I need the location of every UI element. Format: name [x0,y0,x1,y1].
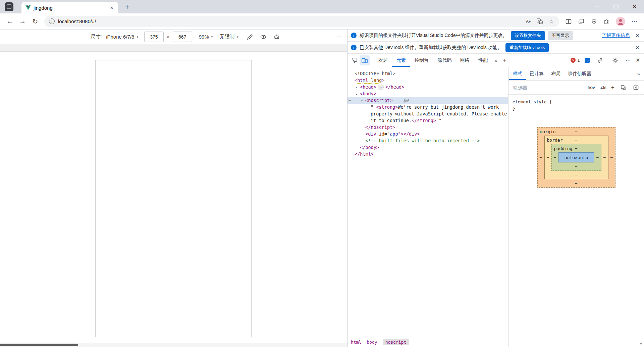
tree-row-3[interactable]: ▾<body> [347,90,508,97]
breadcrumb-item-html[interactable]: html [351,340,361,345]
devtools-more-button[interactable]: ⋯ [625,57,631,63]
settings-menu-button[interactable]: ⋯ [628,15,641,28]
box-model-padding[interactable]: padding − − auto×auto − − [551,144,601,171]
tree-row-2[interactable]: ▸<head>⋯</head> [347,84,508,90]
tree-row-0[interactable]: <!DOCTYPE html> [347,70,508,77]
tree-row-11[interactable]: </body> [347,144,508,151]
devtools-tab-network[interactable]: 网络 [456,54,474,67]
disclosure-right-icon[interactable]: ▸ [356,84,360,91]
scroll-down-icon[interactable]: ▼ [639,342,643,346]
read-aloud-button[interactable]: A [523,16,534,27]
styles-tab-event-listeners[interactable]: 事件侦听器 [564,67,595,80]
split-screen-button[interactable] [562,15,575,28]
tree-row-7[interactable]: it to continue.</strong> " [347,117,508,124]
tree-row-4[interactable]: ⋯▾<noscript> == $0 [347,97,508,104]
settings-button[interactable] [610,55,620,65]
box-model-border[interactable]: border − − padding − [544,136,608,179]
padding-left-value[interactable]: − [552,152,558,162]
styles-tab-computed[interactable]: 已计算 [526,67,547,80]
browser-tab[interactable]: jingdong ✕ [21,2,118,13]
tree-row-6[interactable]: properly without JavaScript enabled. Ple… [347,110,508,117]
close-icon[interactable]: ✕ [634,45,641,50]
workspaces-icon[interactable] [5,2,13,11]
margin-top-value[interactable]: − [575,129,578,134]
padding-top-value[interactable]: − [575,146,578,151]
devtools-tab-welcome[interactable]: 欢迎 [374,54,392,67]
layers-button[interactable] [619,84,627,92]
tree-row-9[interactable]: <div id="app"></div> [347,131,508,137]
styles-tab-layout[interactable]: 布局 [547,67,564,80]
margin-right-value[interactable]: − [608,136,615,179]
maximize-button[interactable] [606,0,625,13]
extensions-button[interactable] [600,15,613,28]
tree-row-8[interactable]: </noscript> [347,124,508,131]
reload-devtools-button[interactable]: 重新加载DevTools [505,43,549,52]
translate-button[interactable]: A [534,16,545,27]
set-root-folder-button[interactable]: 设置根文件夹 [511,31,545,40]
close-icon[interactable]: ✕ [634,33,641,38]
new-style-rule-button[interactable]: + [611,84,614,91]
new-tab-button[interactable]: + [123,3,131,11]
styles-filter-input[interactable] [513,85,561,91]
disclosure-down-icon[interactable]: ▾ [356,91,360,98]
padding-right-value[interactable]: − [594,152,601,162]
row-more-icon[interactable]: ⋯ [348,97,351,104]
edit-device-button[interactable] [245,32,255,42]
error-badge[interactable]: ✕ 1 [571,58,580,63]
sidebar-toggle-button[interactable] [632,84,640,92]
padding-bottom-value[interactable]: − [575,164,578,169]
styles-more-tabs-button[interactable]: » [634,71,643,77]
profile-avatar[interactable] [616,17,625,26]
pseudo-state-toggle[interactable]: :hov [586,85,595,90]
devtools-tab-console[interactable]: 控制台 [410,54,433,67]
tree-row-5[interactable]: " <strong>We're sorry but jingdong doesn… [347,104,508,110]
address-bar[interactable]: i localhost:8080/#/ A A ☆ [44,16,559,27]
reload-button[interactable]: ↻ [29,15,42,28]
zoom-select[interactable]: 99% ▾ [199,34,213,40]
close-window-button[interactable]: ✕ [625,0,644,13]
devtools-tab-elements[interactable]: 元素 [392,54,410,67]
tree-row-10[interactable]: <!-- built files will be auto injected -… [347,137,508,144]
throttling-select[interactable]: 无限制 ▾ [219,34,238,40]
border-bottom-value[interactable]: − [575,172,578,178]
breadcrumb-item-noscript[interactable]: noscript [383,339,409,345]
link-button[interactable] [595,55,605,65]
box-model-margin[interactable]: margin − − border − − [537,127,615,188]
element-style-block[interactable]: element.style { } [508,95,644,113]
back-button[interactable]: ← [3,15,16,28]
add-favorite-button[interactable]: ☆ [545,16,557,27]
margin-left-value[interactable]: − [538,136,544,179]
more-tabs-button[interactable]: » [492,57,500,63]
device-frame-button[interactable] [272,32,281,42]
inspect-element-button[interactable] [350,55,360,65]
device-select[interactable]: iPhone 6/7/8 ▾ [106,34,138,40]
horizontal-scrollbar[interactable] [0,343,347,347]
devtools-tab-sources[interactable]: 源代码 [433,54,456,67]
device-toolbar-toggle-button[interactable] [360,55,370,65]
tree-row-12[interactable]: </html> [347,151,508,157]
dont-show-again-button[interactable]: 不再显示 [548,31,573,40]
vision-emulation-button[interactable] [259,32,268,42]
learn-more-link[interactable]: 了解更多信息 [602,33,630,39]
devtools-close-button[interactable]: ✕ [636,57,640,63]
minimize-button[interactable] [588,0,606,13]
tab-close-icon[interactable]: ✕ [108,4,115,11]
styles-tab-styles[interactable]: 样式 [509,67,526,80]
tree-row-1[interactable]: <html lang> [347,77,508,84]
site-info-icon[interactable]: i [49,18,55,24]
devtools-tab-performance[interactable]: 性能 [474,54,492,67]
issues-badge[interactable]: 3 [585,58,590,63]
emulated-viewport[interactable] [95,60,252,337]
border-top-value[interactable]: − [575,138,578,143]
add-tab-button[interactable]: + [500,57,509,64]
forward-button[interactable]: → [16,15,29,28]
url-text[interactable]: localhost:8080/#/ [58,18,96,24]
collections-button[interactable] [575,15,588,28]
disclosure-down-icon[interactable]: ▾ [361,98,365,104]
margin-bottom-value[interactable]: − [575,181,578,186]
class-toggle[interactable]: .cls [600,85,606,90]
viewport-height-input[interactable] [173,32,192,42]
device-toolbar-more-button[interactable]: ⋯ [336,33,342,40]
browser-essentials-button[interactable] [588,15,600,28]
viewport-width-input[interactable] [144,32,164,42]
